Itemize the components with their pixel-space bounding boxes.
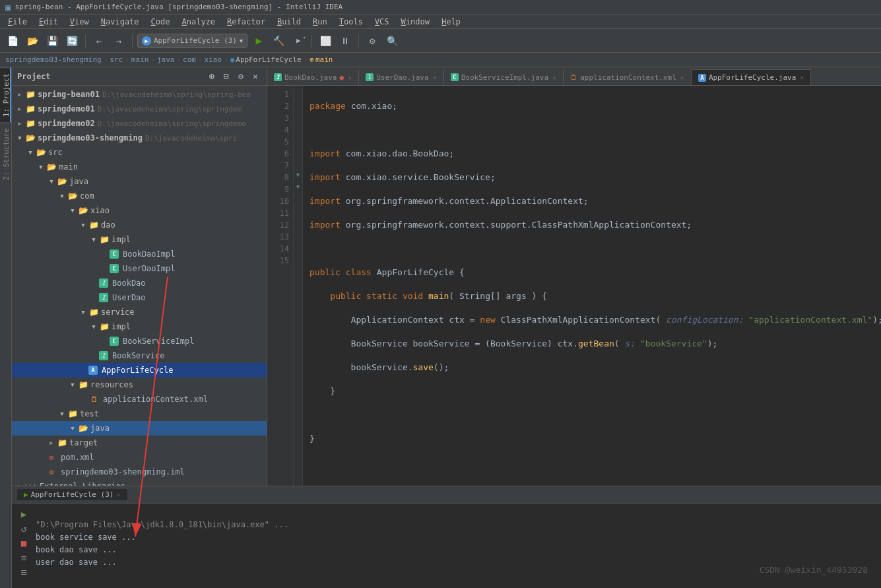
toolbar-divider-3 [311, 34, 312, 48]
tree-ext-libs[interactable]: ▶ ||| External Libraries [12, 479, 267, 486]
tree-src[interactable]: ▼ 📂 src [12, 145, 267, 160]
tree-xiao[interactable]: ▼ 📂 xiao [12, 203, 267, 218]
menu-view[interactable]: View [65, 16, 94, 28]
breadcrumb-src[interactable]: src [110, 55, 123, 64]
menu-build[interactable]: Build [272, 16, 306, 28]
fold-btn-9[interactable]: ▼ [294, 181, 302, 193]
tree-resources[interactable]: ▼ 📁 resources [12, 377, 267, 392]
tree-com[interactable]: ▼ 📂 com [12, 189, 267, 203]
sidebar-settings-btn[interactable]: ⚙ [235, 71, 247, 82]
breadcrumb-java[interactable]: java [157, 55, 175, 64]
tree-springdemo03[interactable]: ▼ 📂 springdemo03-shengming D:\javacodehe… [12, 131, 267, 145]
tab-bookserviceimpl[interactable]: C BookServiceImpl.java ✕ [444, 69, 564, 85]
run-rerun-btn[interactable]: ↺ [17, 522, 30, 535]
run-tab-appforlifecycle[interactable]: ▶ AppForLifeCycle (3) ✕ [17, 489, 127, 500]
tree-springdemo02[interactable]: ▶ 📁 springdemo02 D:\javacodeheima\spring… [12, 116, 267, 131]
tree-spring-bean01[interactable]: ▶ 📁 spring-bean01 D:\javacodeheima\sprin… [12, 87, 267, 102]
tree-appforlifecycle[interactable]: A AppForLifeCycle [12, 363, 267, 377]
run-stop-btn[interactable]: ■ [17, 537, 30, 550]
breadcrumb-method[interactable]: ⊕main [310, 55, 333, 64]
run-config-dropdown[interactable]: ▶ AppForLifeCycle (3) ▼ [137, 34, 247, 48]
tree-dao-impl[interactable]: ▼ 📁 impl [12, 232, 267, 247]
toolbar-back-btn[interactable]: ← [90, 32, 108, 49]
sidebar-close-btn[interactable]: ✕ [249, 71, 261, 82]
folder-open-icon: 📂 [25, 133, 36, 143]
tree-service-impl[interactable]: ▼ 📁 impl [12, 319, 267, 334]
toolbar-open-btn[interactable]: 📂 [24, 32, 41, 49]
tree-main[interactable]: ▼ 📂 main [12, 160, 267, 174]
tab-close-icon[interactable]: ✕ [800, 74, 804, 81]
tab-close-icon[interactable]: ✕ [348, 74, 352, 81]
menu-navigate[interactable]: Navigate [96, 16, 145, 28]
tree-bookservice[interactable]: I BookService [12, 348, 267, 363]
toolbar-new-btn[interactable]: 📄 [4, 32, 21, 49]
menu-code[interactable]: Code [146, 16, 176, 28]
tab-close-icon[interactable]: ✕ [680, 74, 684, 81]
tree-service[interactable]: ▼ 📁 service [12, 305, 267, 319]
breadcrumb-xiao[interactable]: xiao [205, 55, 222, 64]
tab-bookdao[interactable]: I BookDao.java ● ✕ [267, 69, 359, 85]
run-tab-close-icon[interactable]: ✕ [116, 491, 120, 498]
tab-appforlifecycle[interactable]: A AppForLifeCycle.java ✕ [692, 69, 811, 85]
menu-window[interactable]: Window [396, 16, 435, 28]
menu-run[interactable]: Run [308, 16, 333, 28]
tree-test[interactable]: ▼ 📁 test [12, 407, 267, 421]
toolbar-coverage-btn[interactable]: ▶✦ [290, 32, 307, 49]
tree-arrow-icon: ▼ [88, 321, 99, 332]
tree-userdaoimpl[interactable]: C UserDaoImpl [12, 261, 267, 276]
tree-bookserviceimpl[interactable]: C BookServiceImpl [12, 334, 267, 348]
menu-file[interactable]: File [3, 16, 32, 28]
breadcrumb-main[interactable]: main [131, 55, 149, 64]
toolbar-stop-btn[interactable]: ⬜ [317, 32, 334, 49]
fold-gutter: ▼ ▼ [294, 86, 303, 486]
run-scroll-btn[interactable]: ≡ [17, 551, 30, 564]
tab-userdao[interactable]: I UserDao.java ✕ [359, 69, 444, 85]
run-play-btn[interactable]: ▶ [17, 507, 30, 521]
class-c-icon: C [110, 264, 119, 273]
tree-iml[interactable]: ⚙ springdemo03-shengming.iml [12, 465, 267, 479]
breadcrumb-com[interactable]: com [183, 55, 196, 64]
tree-target[interactable]: ▶ 📁 target [12, 436, 267, 450]
toolbar-sync-btn[interactable]: 🔄 [63, 32, 81, 49]
toolbar-pause-btn[interactable]: ⏸ [337, 32, 354, 49]
tree-test-java[interactable]: ▼ 📂 java [12, 421, 267, 436]
run-fold-btn[interactable]: ⊟ [17, 566, 30, 579]
tab-close-icon[interactable]: ✕ [433, 74, 437, 81]
code-line-9: public static void main( String[] args )… [310, 290, 881, 302]
run-tab-label: AppForLifeCycle (3) [31, 490, 114, 499]
breadcrumb-project[interactable]: springdemo03-shengming [5, 55, 102, 64]
toolbar-settings-btn[interactable]: ⚙ [364, 32, 381, 49]
menu-vcs[interactable]: VCS [370, 16, 395, 28]
tree-appcontext-xml[interactable]: 🗒 applicationContext.xml [12, 392, 267, 407]
tab-appcontext[interactable]: 🗒 applicationContext.xml ✕ [564, 69, 692, 85]
app-logo-icon: ▣ [5, 2, 11, 13]
tree-java[interactable]: ▼ 📂 java [12, 174, 267, 189]
toolbar-search-btn[interactable]: 🔍 [383, 32, 401, 49]
tree-dao[interactable]: ▼ 📁 dao [12, 218, 267, 232]
tree-userdao[interactable]: I UserDao [12, 290, 267, 305]
menu-edit[interactable]: Edit [34, 16, 63, 28]
tab-close-icon[interactable]: ✕ [552, 74, 556, 81]
code-line-7 [310, 243, 881, 255]
menu-help[interactable]: Help [436, 16, 466, 28]
breadcrumb-class[interactable]: ◉AppForLifeCycle [230, 55, 302, 64]
toolbar-forward-btn[interactable]: → [110, 32, 127, 49]
sidebar-collapse-btn[interactable]: ⊟ [220, 71, 232, 82]
structure-tab[interactable]: 2: Structure [0, 122, 11, 185]
project-tab[interactable]: 1: Project [0, 67, 11, 122]
menu-analyze[interactable]: Analyze [177, 16, 221, 28]
tree-springdemo01[interactable]: ▶ 📁 springdemo01 D:\javacodeheima\spring… [12, 102, 267, 116]
tree-bookdao[interactable]: I BookDao [12, 276, 267, 290]
tree-pom-xml[interactable]: m pom.xml [12, 450, 267, 465]
toolbar-run-btn[interactable]: ▶ [250, 32, 267, 49]
sidebar-add-btn[interactable]: ⊕ [206, 71, 218, 82]
editor-content[interactable]: 1 2 3 4 5 6 7 8 9 10 11 12 13 14 [267, 86, 881, 486]
tree-bookdaoimpl[interactable]: C BookDaoImpl [12, 247, 267, 261]
toolbar-build-btn[interactable]: 🔨 [270, 32, 287, 49]
menu-refactor[interactable]: Refactor [222, 16, 271, 28]
code-editor[interactable]: package com.xiao; import com.xiao.dao.Bo… [303, 86, 881, 486]
fold-btn-8[interactable]: ▼ [294, 169, 302, 181]
code-line-11: BookService bookService = (BookService) … [310, 338, 881, 350]
menu-tools[interactable]: Tools [334, 16, 368, 28]
toolbar-save-btn[interactable]: 💾 [44, 32, 61, 49]
